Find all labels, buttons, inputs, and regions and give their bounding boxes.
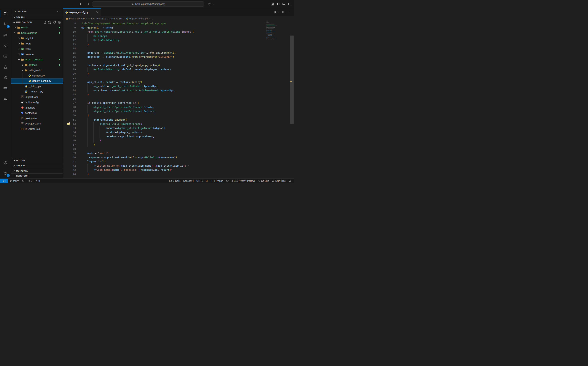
tree-item-gitignore[interactable]: .gitignore [11, 105, 63, 110]
activity-item-remote-explorer[interactable] [0, 51, 11, 61]
status-item-tree[interactable]: Start Tree [270, 179, 287, 183]
code-line-22: 22 app_client, result = factory.deploy( [63, 80, 294, 84]
status-item-braces[interactable]: { }Python [210, 179, 225, 183]
activity-item-run-debug[interactable] [0, 30, 11, 40]
breadcrumb-item[interactable]: smart_contracts [88, 17, 106, 20]
code-line-26: 26 [63, 97, 294, 101]
status-item-utf-8[interactable]: UTF-8 [195, 179, 204, 183]
tree-icon [272, 180, 275, 182]
tree-item-root[interactable]: ROOT [11, 25, 63, 30]
tree-item-artifacts[interactable]: artifacts [11, 62, 63, 68]
new-file-icon[interactable] [43, 21, 46, 24]
status-item-lf[interactable]: LF [204, 179, 210, 183]
status-item-warning[interactable]: 0 [33, 179, 41, 183]
code-line-33: 33 amount=algokit_utils.AlgoAmount(algo=… [63, 126, 294, 130]
copilot-menu[interactable] [208, 0, 214, 8]
tree-item-poetry-toml[interactable]: [T]poetry.toml [11, 116, 63, 121]
section-codetour[interactable]: CODETOUR [11, 173, 63, 179]
activity-item-testing[interactable] [0, 61, 11, 72]
tree-item-tours[interactable]: .tours [11, 41, 63, 46]
section-outline[interactable]: OUTLINE [11, 158, 63, 163]
remote-indicator[interactable]: >< [0, 179, 8, 183]
breadcrumb-item[interactable]: hello_world [110, 17, 122, 20]
code-line-32: 32 algokit_utils.PaymentParams( [63, 122, 294, 126]
tree-item-poetry-lock[interactable]: poetry.lock [11, 110, 63, 116]
activity-item-extensions[interactable] [0, 40, 11, 51]
toggle-sidebar-icon[interactable] [277, 2, 280, 6]
tree-item-editorconfig[interactable]: .editorconfig [11, 99, 63, 105]
breadcrumb-item[interactable]: deploy_config.py [129, 17, 148, 20]
run-button[interactable] [274, 10, 277, 14]
codetour-map-icon[interactable] [67, 122, 70, 125]
activity-item-algokit[interactable] [0, 72, 11, 83]
tree-indent-guide [23, 73, 23, 84]
tree-item-readme-md[interactable]: README.md [11, 126, 63, 132]
section-metadata[interactable]: METADATA [11, 168, 63, 173]
section-search[interactable]: SEARCH [11, 15, 63, 20]
tree-item-pyproject-toml[interactable]: [T]pyproject.toml [11, 121, 63, 126]
tree-item-label: smart_contracts [25, 58, 43, 61]
section-workspace[interactable]: HELLO-ALGOR... [11, 20, 63, 25]
tab-deploy-config[interactable]: deploy_config.py [63, 8, 101, 16]
breadcrumb-separator-icon [107, 17, 109, 20]
status-item-cloud-upload[interactable] [20, 179, 26, 183]
tree-item-deploy-config-py[interactable]: deploy_config.py [11, 78, 63, 84]
split-editor-icon[interactable] [282, 10, 285, 14]
toggle-panel-icon[interactable] [282, 2, 286, 6]
tab-label: deploy_config.py [69, 11, 88, 14]
activity-item-source-control[interactable]: 6 [0, 19, 11, 30]
tree-item-init-py[interactable]: __init__.py [11, 84, 63, 89]
explorer-more-actions-icon[interactable] [56, 10, 60, 13]
status-item-label: Go Live [261, 180, 269, 182]
activity-item-docker[interactable] [0, 94, 11, 104]
tree-item-vscode[interactable]: .vscode [11, 52, 63, 57]
minimap[interactable]: import loggingimport algokit_utilslogger… [266, 21, 282, 178]
chevron-spacer [17, 117, 21, 120]
activity-item-account[interactable] [0, 157, 11, 168]
status-item-bell[interactable] [287, 179, 293, 183]
status-item-broadcast[interactable]: Go Live [256, 179, 270, 183]
status-item-label: main* [13, 180, 19, 182]
breadcrumb-item[interactable]: ... [151, 17, 153, 20]
breadcrumb-item[interactable]: hello-algorand [69, 17, 85, 20]
status-item-3-12-0-venv-poetry-[interactable]: 3.12.0 ('.venv': Poetry) [230, 179, 256, 183]
tree-item-venv[interactable]: .venv [11, 46, 63, 52]
status-item-spaces-4[interactable]: Spaces: 4 [182, 179, 195, 183]
git-status-dot [59, 32, 60, 34]
tree-item-contract-py[interactable]: contract.py [11, 73, 63, 78]
scrollbar[interactable] [290, 21, 294, 178]
collapse-all-icon[interactable] [58, 21, 61, 24]
forward-icon[interactable] [87, 2, 90, 6]
tree-item-hello-algorand[interactable]: hello-algorand [11, 30, 63, 36]
editor-more-actions-icon[interactable] [288, 10, 291, 14]
badge: 6 [7, 25, 10, 28]
python-icon [65, 11, 68, 14]
section-search-label: SEARCH [16, 16, 25, 18]
tree-item-algokit[interactable]: .algokit [11, 36, 63, 41]
python-folder-icon [21, 47, 24, 51]
status-item-ln-1-col-1[interactable]: Ln 1, Col 1 [168, 179, 182, 183]
activity-item-settings[interactable]: 1 [0, 168, 11, 178]
toggle-secondary-sidebar-icon[interactable] [288, 2, 291, 6]
close-icon[interactable] [96, 11, 99, 14]
tree-item-label: .vscode [25, 53, 34, 56]
run-dropdown-icon[interactable] [278, 11, 280, 13]
tree-item-main-py[interactable]: __main__.py [11, 89, 63, 94]
command-center-search[interactable]: hello-algorand (Workspace) [92, 1, 204, 7]
new-folder-icon[interactable] [48, 21, 51, 24]
refresh-icon[interactable] [53, 21, 56, 24]
status-item-error[interactable]: 0 [26, 179, 33, 183]
tree-item-algokit-toml[interactable]: [T].algokit.toml [11, 94, 63, 100]
badge: 1 [7, 174, 10, 177]
back-icon[interactable] [79, 2, 83, 6]
section-timeline[interactable]: TIMELINE [11, 163, 63, 168]
activity-item-dotenv[interactable]: .ENV [0, 83, 11, 94]
code-editor[interactable]: 8# define deployment behaviour based on … [63, 21, 294, 178]
status-item-copilot[interactable] [225, 179, 230, 183]
status-item-branch[interactable]: main* [8, 179, 20, 183]
activity-item-explorer[interactable] [0, 8, 11, 19]
scrollbar-slider[interactable] [290, 36, 294, 124]
tree-item-hello-world[interactable]: hello_world [11, 68, 63, 73]
tree-item-smart-contracts[interactable]: smart_contracts [11, 57, 63, 62]
customize-layout-icon[interactable] [271, 2, 274, 6]
